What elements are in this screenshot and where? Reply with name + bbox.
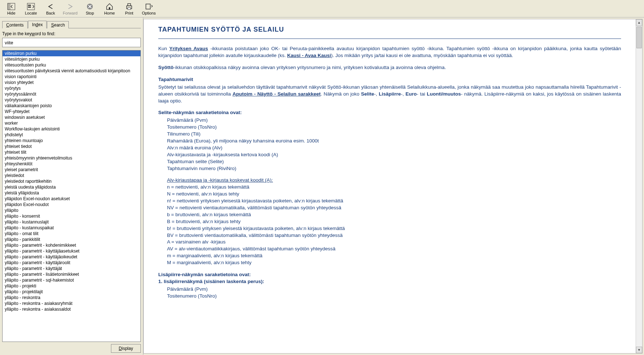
- content-wrap: TAPAHTUMIEN SYÖTTÖ JA SELAILU Kun Yrityk…: [143, 19, 643, 354]
- keyword-prompt: Type in the keyword to find:: [2, 31, 141, 36]
- selite-cols-title: Selite-näkymän saraketietoina ovat:: [158, 109, 621, 116]
- tab-contents[interactable]: Contents: [2, 21, 28, 28]
- list-item[interactable]: vision raportointi: [3, 74, 140, 80]
- svg-rect-3: [28, 5, 31, 6]
- list-item[interactable]: yleiset parametrit: [3, 167, 140, 173]
- list-item[interactable]: yhteinen muuntoajo: [3, 138, 140, 144]
- link-kausi-avaa-kausi[interactable]: Kausi - Avaa Kausi: [287, 53, 331, 58]
- alv-code-entry: B = bruttovienti, alv:n kirjaus tehty: [167, 218, 621, 225]
- column-entry: Tapahtuman selite (Selite): [167, 158, 621, 165]
- list-item[interactable]: ylläpito - parametrit - kohdenimikkeet: [3, 242, 140, 248]
- column-entry: Alv-kirjaustavasta ja -kirjauksesta kert…: [167, 152, 621, 158]
- paragraph-2: Syöttö-ikkunan otsikkopalkissa näkyy avo…: [158, 64, 621, 71]
- list-item[interactable]: ylläpito - projekti: [3, 283, 140, 289]
- separator: [158, 39, 621, 39]
- svg-rect-1: [8, 3, 11, 10]
- list-item[interactable]: ylläpito - projektilajit: [3, 289, 140, 295]
- stop-button[interactable]: Stop: [80, 1, 100, 17]
- locate-button[interactable]: Locate: [21, 1, 41, 17]
- section-tapahtumarivit: Tapahtumarivit: [158, 76, 621, 83]
- tab-index[interactable]: Index: [28, 21, 47, 28]
- list-item[interactable]: vyörytys: [3, 85, 140, 91]
- list-item[interactable]: yleistiedot raporttikehitin: [3, 178, 140, 184]
- list-item[interactable]: ylläpito - konsernit: [3, 213, 140, 219]
- hide-button[interactable]: Hide: [1, 1, 21, 17]
- list-item[interactable]: ylläpidon Excel-noudon asetukset: [3, 196, 140, 202]
- display-button[interactable]: Display: [111, 344, 141, 353]
- list-item[interactable]: ylläpito - omat tilit: [3, 231, 140, 237]
- alv-block: Alv-kirjaustapaa ja -kirjausta koskevat …: [167, 177, 621, 266]
- alv-code-entry: AV = alv-vientiautomatiikkakirjaus, väli…: [167, 246, 621, 253]
- column-entry: Tositenumero (TosNro): [167, 124, 621, 131]
- list-item[interactable]: ylläpito - parametrit - käyttäjäasetukse…: [3, 248, 140, 254]
- scroll-down-icon[interactable]: ▼: [636, 347, 642, 353]
- svg-rect-9: [128, 8, 131, 9]
- list-item[interactable]: yhteiset tiedot: [3, 144, 140, 149]
- list-item[interactable]: worker: [3, 120, 140, 126]
- display-row: Display: [2, 342, 141, 353]
- list-item[interactable]: yleistä ylläpidosta: [3, 190, 140, 196]
- index-list[interactable]: viitesiirron purkuviitesiirtojen purkuvi…: [2, 50, 141, 342]
- list-item[interactable]: ylläpito - kustannuslajit: [3, 219, 140, 225]
- list-item[interactable]: yhteisömyynnin yhteenvetoilmoitus: [3, 155, 140, 161]
- forward-icon: [66, 3, 75, 11]
- lisa-cols: Päivämäärä (Pvm)Tositenumero (TosNro): [167, 286, 621, 300]
- list-item[interactable]: yhteiset tilit: [3, 149, 140, 155]
- hide-icon: [7, 3, 16, 11]
- column-entry: Alv:n määrä euroina (Alv): [167, 145, 621, 152]
- alv-code-entry: b = bruttovienti, alv:n kirjaus tekemätt…: [167, 211, 621, 218]
- list-item[interactable]: väliaikaiskantojen poisto: [3, 103, 140, 109]
- alv-codes-title: Alv-kirjaustapaa ja -kirjausta koskevat …: [167, 177, 273, 183]
- list-item[interactable]: viitesiirron purku: [3, 51, 140, 56]
- column-entry: Rahamäärä (Euroa), yli miljoona näkyy tu…: [167, 138, 621, 145]
- locate-icon: [27, 3, 35, 11]
- list-item[interactable]: yhteyshenkilöt: [3, 161, 140, 167]
- home-icon: [105, 3, 114, 11]
- tab-search[interactable]: Search: [47, 21, 69, 28]
- scroll-up-icon[interactable]: ▲: [636, 19, 642, 26]
- list-item[interactable]: ylläpito - reskontra - asiakasryhmät: [3, 300, 140, 306]
- svg-rect-4: [28, 7, 31, 8]
- alv-codes-list: n = nettovienti, alv:n kirjaus tekemättä…: [167, 184, 621, 266]
- list-item[interactable]: yleistiedot: [3, 173, 140, 178]
- list-item[interactable]: ylläpito - parametrit - käyttäjäoikeudet: [3, 254, 140, 260]
- list-item[interactable]: ylläpito - parametrit - käyttäjät: [3, 266, 140, 271]
- content-scrollbar[interactable]: ▲ ▼: [636, 19, 642, 353]
- list-item[interactable]: ylläpito - kustannuspaikat: [3, 225, 140, 231]
- list-item[interactable]: yhdistelyt: [3, 132, 140, 138]
- list-item[interactable]: viitesuoritusten päivityksestä viennit a…: [3, 68, 140, 74]
- list-item[interactable]: ylläpidon Excel-noudot: [3, 202, 140, 207]
- list-item[interactable]: ylläpito - parametrit - käyttäjäroolit: [3, 260, 140, 266]
- list-item[interactable]: ylläpito: [3, 207, 140, 213]
- link-yrityksen-avaus[interactable]: Yrityksen Avaus: [169, 46, 208, 51]
- alv-code-entry: A = varsinainen alv -kirjaus: [167, 239, 621, 246]
- list-item[interactable]: vision yhteydet: [3, 80, 140, 85]
- alv-code-entry: n = nettovienti, alv:n kirjaus tekemättä: [167, 184, 621, 191]
- options-button[interactable]: Options: [139, 1, 159, 17]
- list-item[interactable]: ylläpito - parametrit - lisätietonimikke…: [3, 271, 140, 277]
- list-item[interactable]: Workflow-laskujen arkistointi: [3, 126, 140, 132]
- home-button[interactable]: Home: [100, 1, 119, 17]
- search-input[interactable]: [2, 38, 141, 47]
- scroll-thumb[interactable]: [636, 27, 642, 48]
- back-icon: [46, 3, 55, 11]
- list-item[interactable]: ylläpito - pankkitilit: [3, 237, 140, 242]
- link-aputoim[interactable]: Aputoim - Näyttö - Selailun sarakkeet: [232, 91, 321, 97]
- back-button[interactable]: Back: [41, 1, 60, 17]
- content: TAPAHTUMIEN SYÖTTÖ JA SELAILU Kun Yrityk…: [144, 19, 636, 353]
- list-item[interactable]: vyörytyssäännöt: [3, 91, 140, 97]
- print-button[interactable]: Print: [119, 1, 139, 17]
- list-item[interactable]: viitesuoritusten purku: [3, 62, 140, 68]
- list-item[interactable]: windowsin asetukset: [3, 114, 140, 120]
- page-title: TAPAHTUMIEN SYÖTTÖ JA SELAILU: [158, 25, 621, 34]
- list-item[interactable]: vyörytysvakiot: [3, 97, 140, 103]
- list-item[interactable]: yleistä uudesta ylläpidosta: [3, 184, 140, 190]
- forward-button[interactable]: Forward: [60, 1, 80, 17]
- list-item[interactable]: ylläpito - parametrit - sql-hakemistot: [3, 277, 140, 283]
- list-item[interactable]: ylläpito - reskontra - asiakassaldot: [3, 306, 140, 312]
- list-item[interactable]: ylläpito - reskontra: [3, 295, 140, 300]
- list-item[interactable]: WF-yhteydet: [3, 109, 140, 114]
- stop-icon: [86, 3, 94, 11]
- list-item[interactable]: viitesiirtojen purku: [3, 56, 140, 62]
- column-entry: Tositenumero (TosNro): [167, 293, 621, 300]
